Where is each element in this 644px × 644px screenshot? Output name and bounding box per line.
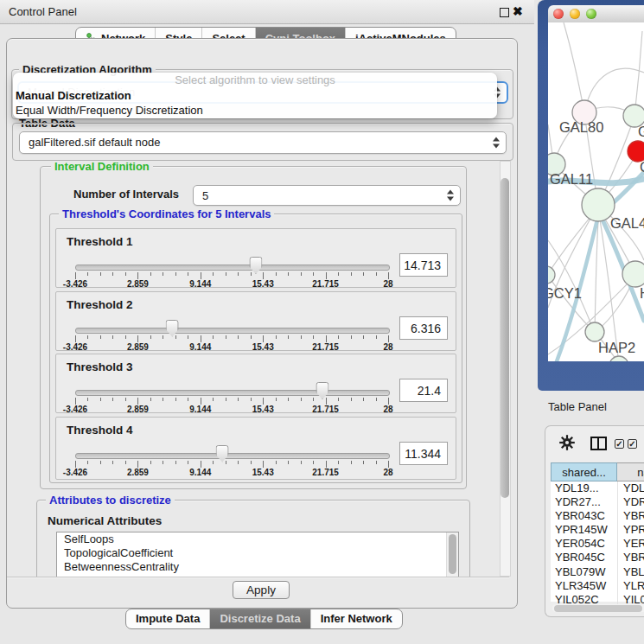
table-rows: YDL19...YDL19...YDR27...YDR27...YBR043CY… <box>551 481 644 602</box>
list-scrollbar[interactable] <box>446 532 458 577</box>
zoom-traffic-light-icon[interactable] <box>586 9 596 19</box>
tab-label: Discretize Data <box>220 609 300 628</box>
cell-name[interactable]: YBL079W <box>617 565 644 579</box>
table-panel-title: Table Panel <box>538 391 644 422</box>
bottom-tab-bar: Impute DataDiscretize DataInfer Network <box>125 609 403 629</box>
threshold-2-panel: Threshold 2-3.4262.8599.14415.4321.71528… <box>55 291 456 351</box>
dropdown-prompt: Select algorithm to view settings <box>13 73 497 88</box>
table-horizontal-scrollbar[interactable] <box>552 604 644 612</box>
table-row[interactable]: YDR27...YDR27... <box>551 495 644 509</box>
attribute-list-item[interactable]: SelfLoops <box>57 532 458 546</box>
slider-thumb[interactable] <box>166 320 179 337</box>
column-header-shared-name[interactable]: shared... <box>551 462 617 481</box>
numerical-attributes-label: Numerical Attributes <box>48 514 162 527</box>
network-node-label: CY <box>640 159 644 175</box>
cell-shared-name[interactable]: YDR27... <box>551 495 617 509</box>
network-edge <box>585 68 644 109</box>
bottom-tab-discretize-data[interactable]: Discretize Data <box>209 609 309 628</box>
cell-name[interactable]: YDL19... <box>617 481 644 495</box>
cell-shared-name[interactable]: YER054C <box>551 537 617 551</box>
thresholds-group: Threshold's Coordinates for 5 Intervals … <box>49 214 462 483</box>
network-node[interactable] <box>609 356 628 361</box>
slider-thumb[interactable] <box>316 382 328 399</box>
cell-shared-name[interactable]: YBL079W <box>551 565 617 579</box>
threshold-4-panel: Threshold 4-3.4262.8599.14415.4321.71528… <box>55 417 456 480</box>
cell-shared-name[interactable]: YBR045C <box>551 551 617 564</box>
network-node-label: GAL80 <box>559 119 603 135</box>
cell-name[interactable]: YBR045C <box>617 551 644 564</box>
bottom-tab-impute-data[interactable]: Impute Data <box>126 609 209 628</box>
cell-name[interactable]: YER054C <box>617 537 644 551</box>
cell-name[interactable]: YBR043C <box>617 509 644 523</box>
threshold-3-panel: Threshold 3-3.4262.8599.14415.4321.71528… <box>55 354 456 413</box>
slider-track[interactable] <box>75 328 390 334</box>
slider-thumb[interactable] <box>249 257 262 274</box>
cell-shared-name[interactable]: YBR043C <box>551 509 617 523</box>
cell-name[interactable]: YLR345W <box>617 579 644 593</box>
table-row[interactable]: YER054CYER054C <box>551 537 644 551</box>
cell-name[interactable]: YPR145W <box>617 523 644 537</box>
network-graph[interactable]: GAL80GAL11GAL4GCY1HAP2GACYHA <box>548 22 644 361</box>
apply-button[interactable]: Apply <box>233 581 290 599</box>
cell-name[interactable]: YDR27... <box>617 495 644 509</box>
split-columns-icon[interactable] <box>590 437 607 450</box>
table-row[interactable]: YPR145WYPR145W <box>551 523 644 537</box>
cell-shared-name[interactable]: YLR345W <box>551 579 617 593</box>
network-edge <box>634 31 642 116</box>
table-row[interactable]: YLR345WYLR345W <box>551 579 644 593</box>
network-canvas[interactable]: GAL80GAL11GAL4GCY1HAP2GACYHA <box>548 22 644 361</box>
list-scrollbar-thumb[interactable] <box>449 534 456 574</box>
attribute-list-item[interactable]: BetweennessCentrality <box>57 560 458 574</box>
checkbox-icon[interactable]: ✓ <box>615 439 624 449</box>
interval-definition-group: Interval Definition Number of Intervals … <box>40 166 467 489</box>
close-traffic-light-icon[interactable] <box>553 9 564 19</box>
attributes-group-label: Attributes to discretize <box>46 494 175 507</box>
control-panel-titlebar: Control Panel ✖ <box>0 0 534 24</box>
threshold-value-field[interactable]: 6.316 <box>399 316 448 340</box>
table-horizontal-scrollbar-thumb[interactable] <box>554 605 642 612</box>
threshold-value-field[interactable]: 21.4 <box>399 379 448 402</box>
threshold-value-field[interactable]: 14.713 <box>399 253 448 277</box>
threshold-label: Threshold 4 <box>67 424 133 437</box>
window-title: Control Panel <box>9 0 77 23</box>
network-edge <box>548 211 596 275</box>
interval-definition-label: Interval Definition <box>51 161 153 173</box>
settings-scrollbar-thumb[interactable] <box>501 178 509 498</box>
table-row[interactable]: YBL079WYBL079W <box>551 565 644 579</box>
gear-icon[interactable] <box>559 435 575 450</box>
table-row[interactable]: YBR043CYBR043C <box>551 509 644 523</box>
network-node[interactable] <box>548 266 555 284</box>
network-node-label: HAP2 <box>598 340 635 355</box>
slider-tick-labels: -3.4262.8599.14415.4321.71528 <box>75 468 388 478</box>
slider-track[interactable] <box>75 265 390 271</box>
tab-label: Impute Data <box>136 609 200 628</box>
network-node[interactable] <box>622 261 644 287</box>
dropdown-item-equal-width-frequency[interactable]: Equal Width/Frequency Discretization <box>13 103 497 118</box>
threshold-value-field[interactable]: 11.344 <box>399 442 448 465</box>
cell-shared-name[interactable]: YDL19... <box>551 481 617 495</box>
network-node-label: GAL4 <box>610 215 644 231</box>
float-window-icon[interactable] <box>500 8 509 17</box>
slider-thumb[interactable] <box>216 445 229 462</box>
column-header-name[interactable]: name <box>617 462 644 481</box>
cell-shared-name[interactable]: YPR145W <box>551 523 617 537</box>
network-node-label: HA <box>640 285 644 301</box>
slider-track[interactable] <box>75 390 390 396</box>
threshold-label: Threshold 1 <box>67 235 133 248</box>
combobox-stepper-icon[interactable] <box>447 190 455 201</box>
number-of-intervals-combobox[interactable]: 5 <box>193 185 461 206</box>
close-icon[interactable]: ✖ <box>513 3 523 20</box>
bottom-tab-infer-network[interactable]: Infer Network <box>310 609 402 628</box>
algorithm-dropdown-popup: Select algorithm to view settings Manual… <box>13 73 497 118</box>
table-row[interactable]: YBR045CYBR045C <box>551 551 644 564</box>
network-node-label: GA <box>638 124 644 139</box>
slider-tick-labels: -3.4262.8599.14415.4321.71528 <box>75 279 388 290</box>
dropdown-item-manual-discretization[interactable]: Manual Discretization <box>13 88 497 103</box>
network-window-titlebar <box>548 5 644 23</box>
minimize-traffic-light-icon[interactable] <box>570 9 580 19</box>
network-node[interactable] <box>585 322 604 341</box>
slider-track[interactable] <box>75 453 390 459</box>
table-row[interactable]: YDL19...YDL19... <box>551 481 644 495</box>
checkbox-icon[interactable]: ✓ <box>628 439 637 449</box>
attribute-list-item[interactable]: TopologicalCoefficient <box>57 546 458 560</box>
